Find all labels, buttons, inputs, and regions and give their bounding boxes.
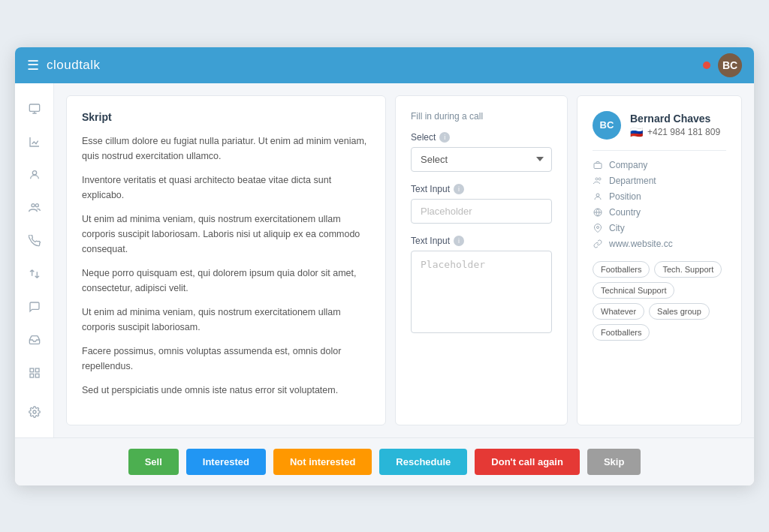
website-label: www.website.cc (609, 239, 673, 249)
country-icon (593, 207, 603, 218)
script-p6: Facere possimus, omnis voluptas assumend… (82, 344, 370, 374)
skip-button[interactable]: Skip (587, 449, 641, 475)
sidebar-icon-chat[interactable] (21, 293, 48, 320)
user-avatar[interactable]: BC (718, 53, 742, 77)
contact-divider (593, 150, 726, 151)
sidebar-icon-settings[interactable] (21, 398, 48, 425)
company-detail: Company (593, 160, 726, 170)
city-detail: City (593, 223, 726, 233)
svg-point-12 (596, 194, 599, 197)
text-input-1-label: Text Input i (411, 184, 552, 194)
not-interested-button[interactable]: Not interested (273, 449, 372, 475)
contact-panel: BC Bernard Chaves 🇷🇺 +421 984 181 809 (577, 95, 742, 425)
contact-header: BC Bernard Chaves 🇷🇺 +421 984 181 809 (593, 111, 726, 140)
flag-icon: 🇷🇺 (630, 126, 643, 138)
app-window: ☰ cloudtalk BC (15, 47, 754, 485)
department-label: Department (609, 176, 656, 186)
app-logo: cloudtalk (47, 58, 101, 73)
select-field-group: Select i Select (411, 132, 552, 172)
topbar: ☰ cloudtalk BC (15, 47, 754, 83)
svg-rect-5 (35, 368, 39, 372)
form-section-title: Fill in during a call (411, 111, 552, 122)
form-panel: Fill in during a call Select i Select Te… (395, 95, 568, 425)
record-indicator (703, 62, 710, 69)
tag-2[interactable]: Technical Support (593, 282, 674, 299)
sidebar-icon-inbox[interactable] (21, 326, 48, 353)
interested-button[interactable]: Interested (186, 449, 266, 475)
svg-point-1 (32, 170, 36, 174)
script-p5: Ut enim ad minima veniam, quis nostrum e… (82, 305, 370, 335)
svg-point-8 (33, 410, 36, 413)
tag-4[interactable]: Sales group (649, 303, 710, 320)
text-input-2-label: Text Input i (411, 236, 552, 246)
department-icon (593, 176, 603, 186)
content-area: Skript Esse cillum dolore eu fugiat null… (54, 83, 754, 437)
website-icon (593, 239, 603, 249)
contact-name-block: Bernard Chaves 🇷🇺 +421 984 181 809 (630, 113, 720, 138)
dont-call-button[interactable]: Don't call again (475, 449, 580, 475)
text-input-2-group: Text Input i (411, 236, 552, 335)
city-icon (593, 223, 603, 233)
contact-phone-row: 🇷🇺 +421 984 181 809 (630, 126, 720, 138)
tag-1[interactable]: Tech. Support (654, 261, 722, 278)
script-p1: Esse cillum dolore eu fugiat nulla paria… (82, 134, 370, 164)
sidebar-icon-call[interactable] (21, 227, 48, 254)
country-detail: Country (593, 207, 726, 218)
svg-rect-9 (594, 163, 602, 168)
sell-button[interactable]: Sell (128, 449, 179, 475)
position-label: Position (609, 191, 641, 202)
select-field-label: Select i (411, 132, 552, 143)
script-p2: Inventore veritatis et quasi architecto … (82, 173, 370, 203)
contact-details: Company Department Position (593, 160, 726, 249)
text-input-1[interactable] (411, 199, 552, 224)
svg-point-14 (597, 226, 599, 228)
menu-icon[interactable]: ☰ (27, 57, 39, 74)
department-detail: Department (593, 176, 726, 186)
select-info-icon[interactable]: i (439, 132, 450, 143)
text-input-2-info-icon[interactable]: i (454, 236, 464, 246)
tag-5[interactable]: Footballers (593, 324, 650, 341)
tag-3[interactable]: Whatever (593, 303, 644, 320)
select-dropdown[interactable]: Select (411, 147, 552, 172)
script-content: Esse cillum dolore eu fugiat nulla paria… (82, 134, 370, 407)
script-p7: Sed ut perspiciatis unde omnis iste natu… (82, 383, 370, 398)
svg-point-3 (35, 203, 38, 206)
sidebar-icon-integrations[interactable] (21, 359, 48, 386)
contact-name: Bernard Chaves (630, 113, 720, 125)
script-panel: Skript Esse cillum dolore eu fugiat null… (66, 95, 386, 425)
website-detail: www.website.cc (593, 239, 726, 249)
svg-point-2 (32, 203, 35, 206)
text-input-2[interactable] (411, 251, 552, 333)
sidebar-icon-team[interactable] (21, 194, 48, 221)
svg-rect-7 (30, 374, 34, 377)
svg-rect-4 (30, 368, 34, 372)
sidebar-icon-user[interactable] (21, 161, 48, 188)
svg-rect-0 (29, 104, 39, 111)
tag-0[interactable]: Footballers (593, 261, 650, 278)
contact-avatar: BC (593, 111, 621, 140)
position-detail: Position (593, 191, 726, 202)
contact-phone: +421 984 181 809 (647, 127, 720, 137)
main-layout: Skript Esse cillum dolore eu fugiat null… (15, 83, 754, 437)
sidebar (15, 83, 54, 437)
text-input-1-info-icon[interactable]: i (454, 184, 464, 194)
svg-rect-6 (35, 374, 39, 377)
company-icon (593, 160, 603, 170)
bottom-bar: Sell Interested Not interested Reschedul… (15, 437, 754, 485)
sidebar-icon-transfer[interactable] (21, 260, 48, 287)
svg-point-11 (599, 178, 601, 180)
city-label: City (609, 223, 625, 233)
sidebar-icon-chart[interactable] (21, 128, 48, 155)
country-label: Country (609, 207, 641, 218)
svg-point-10 (596, 178, 598, 180)
tags-section: Footballers Tech. Support Technical Supp… (593, 261, 726, 341)
company-label: Company (609, 160, 647, 170)
reschedule-button[interactable]: Reschedule (379, 449, 467, 475)
position-icon (593, 191, 603, 202)
script-p4: Neque porro quisquam est, qui dolorem ip… (82, 266, 370, 296)
sidebar-icon-phone[interactable] (21, 95, 48, 122)
text-input-1-group: Text Input i (411, 184, 552, 224)
script-p3: Ut enim ad minima veniam, quis nostrum e… (82, 212, 370, 257)
script-panel-title: Skript (82, 111, 370, 123)
